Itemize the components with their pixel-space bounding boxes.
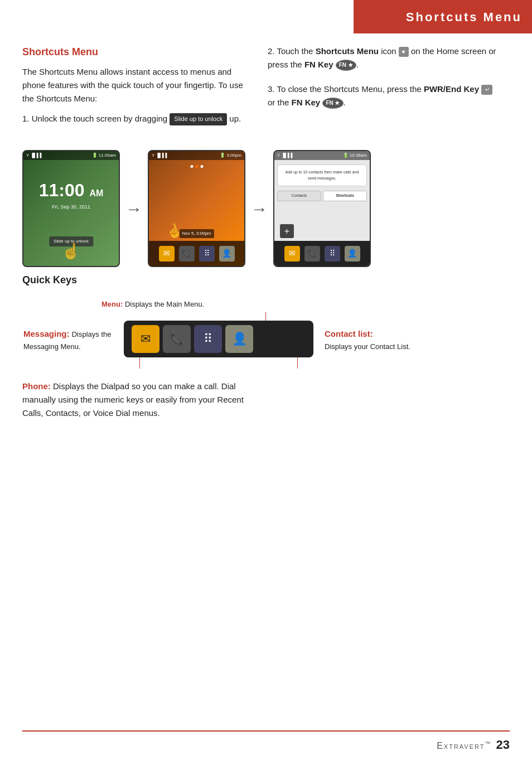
dot-1 bbox=[190, 165, 193, 168]
top-connector-line bbox=[265, 312, 266, 321]
arrow-2: → bbox=[251, 196, 268, 221]
shortcuts-menu-icon: ★ bbox=[399, 47, 409, 57]
screen1-time: 11:00 AM Fri, Sep 30, 2011 bbox=[23, 177, 119, 211]
main-content: Shortcuts Menu The Shortcuts Menu allows… bbox=[0, 45, 532, 420]
contacts-label-right: Contact list: Displays your Contact List… bbox=[325, 328, 414, 353]
phone-screen-2: Y ▐▌▌▌ 🔋 3:00pm ☝ Nov 5, 3:00pm ✉ 📞 ⠿ 👤 bbox=[148, 150, 245, 267]
fn-key-icon-2: FN ★ bbox=[336, 60, 356, 71]
instructions-row: Shortcuts Menu The Shortcuts Menu allows… bbox=[22, 45, 510, 133]
screen2-dots bbox=[190, 165, 203, 168]
phone-desc-text: Displays the Dialpad so you can make a c… bbox=[22, 381, 244, 418]
screen3-menu-icon: ⠿ bbox=[325, 246, 340, 262]
left-column: Shortcuts Menu The Shortcuts Menu allows… bbox=[22, 45, 245, 133]
dot-2 bbox=[195, 165, 198, 168]
screen1-battery: 🔋 11:00am bbox=[92, 152, 116, 159]
screen2-messaging-icon: ✉ bbox=[159, 246, 175, 262]
slide-badge: Slide up to unlock bbox=[170, 113, 227, 125]
step-2: 2. Touch the Shortcuts Menu icon ★ on th… bbox=[268, 45, 502, 71]
qk-phone-icon: 📞 bbox=[163, 325, 191, 353]
screen2-date: Nov 5, 3:00pm bbox=[179, 229, 214, 238]
screen2-signal: Y ▐▌▌▌ bbox=[152, 152, 168, 159]
contacts-desc: Displays your Contact List. bbox=[325, 342, 410, 351]
screen3-contacts-icon: 👤 bbox=[345, 246, 360, 262]
section-title: Shortcuts Menu bbox=[22, 45, 245, 60]
bar-with-side-labels: Messaging: Displays the Messaging Menu. … bbox=[23, 312, 509, 369]
step-1: 1. Unlock the touch screen by dragging S… bbox=[22, 112, 245, 125]
step-3: 3. To close the Shortcuts Menu, press th… bbox=[268, 83, 502, 109]
top-annotations: Menu: Displays the Main Menu. bbox=[23, 299, 509, 310]
fn-key-icon-3: FN ★ bbox=[322, 98, 343, 109]
footer-divider bbox=[22, 730, 510, 732]
screen2-background: Y ▐▌▌▌ 🔋 3:00pm ☝ Nov 5, 3:00pm ✉ 📞 ⠿ 👤 bbox=[149, 151, 244, 266]
screen3-tabs: Contacts Shortcuts bbox=[277, 191, 367, 201]
screen3-message: Add up to 10 contacts then make calls an… bbox=[277, 164, 367, 186]
screen3-phone-icon: 📞 bbox=[304, 246, 320, 262]
screen3-statusbar: Y ▐▌▌▌ 🔋 10:38am bbox=[274, 151, 370, 160]
step-1-num: 1. Unlock the touch screen by dragging bbox=[22, 114, 170, 123]
right-column: 2. Touch the Shortcuts Menu icon ★ on th… bbox=[268, 45, 502, 133]
screen2-menu-icon: ⠿ bbox=[199, 246, 215, 262]
bottom-connector-contacts bbox=[297, 357, 298, 369]
pwr-key-icon: ↵ bbox=[481, 85, 492, 95]
screen3-messaging-icon: ✉ bbox=[284, 246, 300, 262]
dot-3 bbox=[200, 165, 203, 168]
screen1-signal: Y ▐▌▌▌ bbox=[26, 152, 43, 159]
page-number: 23 bbox=[496, 735, 510, 754]
qk-bar-wrapper: ✉ 📞 ⠿ 👤 bbox=[124, 312, 313, 369]
phone-description: Phone: Displays the Dialpad so you can m… bbox=[22, 380, 255, 420]
screen3-background: Y ▐▌▌▌ 🔋 10:38am Add up to 10 contacts t… bbox=[274, 151, 370, 266]
screen1-statusbar: Y ▐▌▌▌ 🔋 11:00am bbox=[23, 151, 119, 160]
hand-gesture-icon: ☝ bbox=[61, 240, 81, 263]
contacts-description-right bbox=[277, 380, 510, 420]
bottom-connector-phone bbox=[139, 357, 140, 369]
screen1-clock: 11:00 AM bbox=[23, 177, 119, 204]
header-bar: Shortcuts Menu bbox=[354, 0, 532, 33]
qk-messaging-icon: ✉ bbox=[132, 325, 159, 353]
screen2-quickkeys-bar: ✉ 📞 ⠿ 👤 bbox=[149, 241, 244, 266]
messaging-label-left: Messaging: Displays the Messaging Menu. bbox=[23, 328, 113, 353]
screen3-battery: 🔋 10:38am bbox=[343, 152, 367, 159]
screen2-battery: 🔋 3:00pm bbox=[220, 152, 241, 159]
screen3-plus-icon: + bbox=[280, 224, 294, 238]
qk-contacts-icon: 👤 bbox=[225, 325, 253, 353]
top-connector bbox=[124, 312, 313, 321]
arrow-1: → bbox=[125, 196, 142, 221]
screen3-tab-contacts: Contacts bbox=[277, 191, 321, 201]
quick-keys-bar: ✉ 📞 ⠿ 👤 bbox=[124, 321, 313, 357]
bottom-connectors bbox=[124, 357, 313, 369]
descriptions-row: Phone: Displays the Dialpad so you can m… bbox=[22, 380, 510, 420]
menu-label-top: Menu: Displays the Main Menu. bbox=[101, 299, 204, 310]
intro-text: The Shortcuts Menu allows instant access… bbox=[22, 65, 245, 105]
quick-keys-diagram: Menu: Displays the Main Menu. Messaging:… bbox=[23, 299, 509, 369]
step-3-text: 3. To close the Shortcuts Menu, press th… bbox=[268, 84, 492, 107]
phone-screen-1: Y ▐▌▌▌ 🔋 11:00am 11:00 AM Fri, Sep 30, 2… bbox=[22, 150, 120, 267]
screen1-background: Y ▐▌▌▌ 🔋 11:00am 11:00 AM Fri, Sep 30, 2… bbox=[23, 151, 119, 266]
screen3-quickkeys-bar: ✉ 📞 ⠿ 👤 bbox=[274, 241, 370, 266]
footer: Extravert™ 23 bbox=[437, 735, 510, 754]
screen2-phone-icon: 📞 bbox=[179, 246, 195, 262]
brand-name: Extravert™ bbox=[437, 739, 491, 753]
screen1-date: Fri, Sep 30, 2011 bbox=[23, 204, 119, 211]
screen3-signal: Y ▐▌▌▌ bbox=[277, 152, 294, 159]
page-title: Shortcuts Menu bbox=[406, 8, 522, 26]
phone-screen-3: Y ▐▌▌▌ 🔋 10:38am Add up to 10 contacts t… bbox=[273, 150, 371, 267]
qk-menu-icon: ⠿ bbox=[194, 325, 222, 353]
screen3-tab-shortcuts: Shortcuts bbox=[323, 191, 367, 201]
screen2-statusbar: Y ▐▌▌▌ 🔋 3:00pm bbox=[149, 151, 244, 160]
screen2-contacts-icon: 👤 bbox=[219, 246, 235, 262]
screenshots-row: Y ▐▌▌▌ 🔋 11:00am 11:00 AM Fri, Sep 30, 2… bbox=[22, 150, 510, 267]
step-2-num: 2. Touch the Shortcuts Menu icon ★ on th… bbox=[268, 46, 496, 69]
quick-keys-label: Quick Keys bbox=[22, 273, 510, 288]
step-1-end: up. bbox=[229, 114, 241, 123]
